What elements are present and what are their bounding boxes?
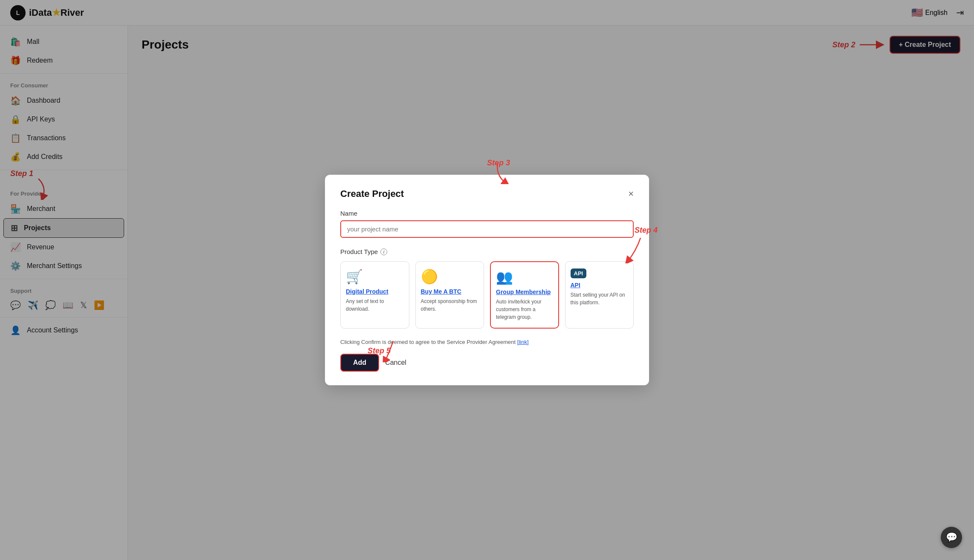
group-title: Group Membership [496,289,553,295]
add-button[interactable]: Add [340,354,379,372]
digital-product-desc: Any set of text to download. [346,297,404,313]
agreement-link[interactable]: [link] [517,339,529,345]
dialog-header: Create Project × [340,188,634,199]
dialog-title: Create Project [340,188,404,199]
step4-arrow [611,238,645,263]
group-desc: Auto invite/kick your customers from a t… [496,298,553,321]
product-card-api[interactable]: API API Start selling your API on this p… [565,261,634,329]
product-card-group[interactable]: 👥 Group Membership Auto invite/kick your… [490,261,559,329]
step3-arrow [493,163,519,184]
api-badge: API [571,268,587,278]
btc-title: Buy Me A BTC [421,288,479,295]
dialog-close-button[interactable]: × [628,189,634,199]
chat-button[interactable]: 💬 [941,527,962,548]
name-field-label: Name [340,210,634,217]
group-icon: 👥 [496,269,553,285]
modal-overlay: Step 3 Step 4 Step 5 [0,0,974,560]
digital-product-title: Digital Product [346,288,404,295]
btc-desc: Accept sponsorship from others. [421,297,479,313]
step5-arrow [380,341,406,362]
api-title: API [571,282,629,289]
btc-icon: 🟡 [421,268,479,285]
api-desc: Start selling your API on this platform. [571,291,629,306]
product-types-grid: 🛒 Digital Product Any set of text to dow… [340,261,634,329]
step4-annotation: Step 4 [635,226,658,235]
info-icon: i [380,248,387,255]
product-type-label: Product Type i [340,248,634,255]
create-project-dialog: Step 3 Step 4 Step 5 [325,175,649,385]
product-card-digital[interactable]: 🛒 Digital Product Any set of text to dow… [340,261,409,329]
product-card-btc[interactable]: 🟡 Buy Me A BTC Accept sponsorship from o… [415,261,484,329]
digital-product-icon: 🛒 [346,268,404,285]
project-name-input[interactable] [340,220,634,238]
